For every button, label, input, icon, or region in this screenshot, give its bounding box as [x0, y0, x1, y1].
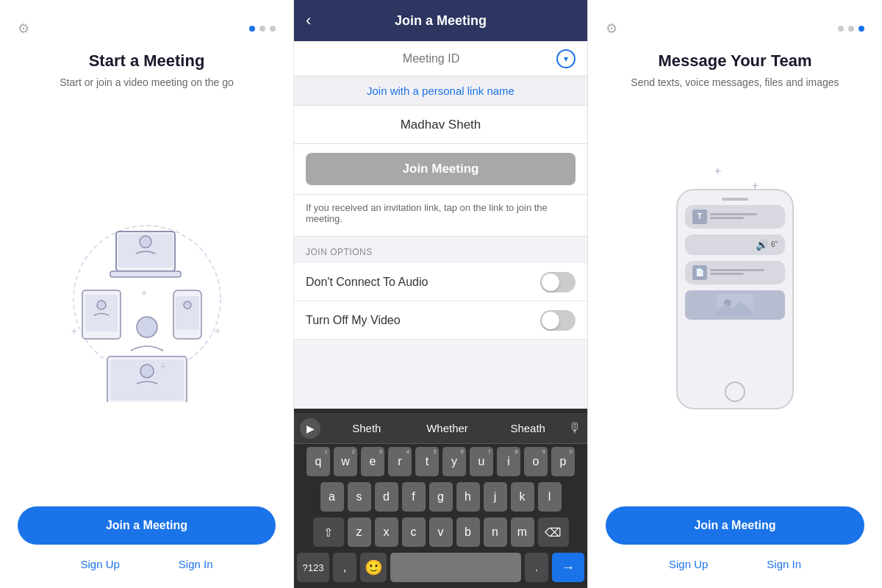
chat-bubble-file: 📄 [685, 261, 785, 284]
left-subtitle: Start or join a video meeting on the go [60, 76, 234, 88]
left-bottom-links: Sign Up Sign In [80, 558, 212, 570]
right-sign-in-link[interactable]: Sign In [767, 558, 801, 570]
phone-illustration: + + + + + T 🔊 6" 📄 [676, 106, 794, 492]
center-header: ‹ Join a Meeting [294, 0, 587, 41]
key-num-btn[interactable]: ?123 [297, 553, 329, 582]
key-i[interactable]: i8 [497, 447, 520, 476]
key-e[interactable]: e3 [361, 447, 384, 476]
key-o[interactable]: o9 [524, 447, 548, 476]
left-panel: ⚙ Start a Meeting Start or join a video … [0, 0, 294, 588]
left-top-bar: ⚙ [18, 21, 276, 37]
key-row-2: a s d f g h j k l [297, 482, 584, 512]
mic-icon[interactable]: 🎙 [568, 420, 581, 436]
bubble-line-2 [710, 217, 744, 219]
key-b[interactable]: b [456, 517, 480, 547]
dont-connect-audio-row: Don't Connect To Audio [294, 263, 587, 301]
right-sign-up-link[interactable]: Sign Up [669, 558, 708, 570]
right-gear-icon[interactable]: ⚙ [606, 21, 617, 37]
key-period[interactable]: . [525, 553, 548, 582]
expand-icon[interactable]: ▶ [300, 418, 320, 439]
dropdown-icon[interactable]: ▾ [556, 49, 576, 68]
left-title: Start a Meeting [89, 51, 205, 71]
file-icon: 📄 [692, 265, 707, 280]
meeting-id-row: ▾ [294, 41, 587, 76]
back-button[interactable]: ‹ [306, 11, 311, 30]
suggestion-3[interactable]: Sheath [487, 422, 568, 434]
key-x[interactable]: x [375, 517, 398, 547]
left-sign-up-link[interactable]: Sign Up [80, 558, 119, 570]
svg-point-10 [184, 301, 191, 309]
key-j[interactable]: j [484, 482, 507, 512]
svg-text:+: + [160, 360, 166, 372]
name-input[interactable] [306, 118, 576, 132]
gear-icon[interactable]: ⚙ [18, 21, 29, 37]
personal-link-text[interactable]: Join with a personal link name [367, 85, 514, 97]
key-u[interactable]: u7 [470, 447, 493, 476]
key-send[interactable]: → [552, 553, 584, 582]
suggestion-1[interactable]: Sheth [326, 422, 407, 434]
chat-bubble-text: T [685, 205, 785, 229]
left-dots [249, 26, 276, 32]
key-z[interactable]: z [348, 517, 371, 547]
audio-duration: 6" [771, 240, 778, 248]
turn-off-video-label: Turn Off My Video [306, 314, 540, 327]
svg-point-3 [140, 236, 151, 248]
chat-bubble-image [685, 290, 785, 320]
key-w[interactable]: w2 [334, 447, 357, 476]
suggestion-2[interactable]: Whether [407, 422, 488, 434]
key-k[interactable]: k [511, 482, 534, 512]
center-header-title: Join a Meeting [395, 13, 487, 29]
key-f[interactable]: f [402, 482, 426, 512]
key-backspace[interactable]: ⌫ [538, 517, 569, 547]
key-shift[interactable]: ⇧ [313, 517, 344, 547]
phone-frame: T 🔊 6" 📄 [676, 189, 794, 409]
key-t[interactable]: t5 [415, 447, 439, 476]
key-l[interactable]: l [538, 482, 562, 512]
key-p[interactable]: p0 [551, 447, 575, 476]
meeting-id-input[interactable] [306, 52, 556, 65]
key-comma[interactable]: , [333, 553, 356, 582]
key-v[interactable]: v [429, 517, 453, 547]
key-s[interactable]: s [348, 482, 371, 512]
file-line-1 [710, 269, 764, 271]
key-emoji[interactable]: 🙂 [360, 553, 387, 582]
dot-2 [259, 26, 265, 32]
key-a[interactable]: a [320, 482, 344, 512]
key-c[interactable]: c [402, 517, 426, 547]
plus-1: + [714, 165, 721, 178]
key-r[interactable]: r4 [388, 447, 412, 476]
key-n[interactable]: n [484, 517, 507, 547]
key-row-bottom: ?123 , 🙂 . → [294, 553, 587, 588]
key-g[interactable]: g [429, 482, 453, 512]
personal-link-row[interactable]: Join with a personal link name [294, 76, 587, 106]
right-top-bar: ⚙ [606, 21, 864, 37]
file-lines [710, 269, 778, 276]
dont-connect-audio-toggle[interactable] [540, 272, 576, 293]
file-line-2 [710, 273, 744, 275]
bubble-avatar: T [692, 209, 707, 224]
svg-text:+: + [215, 325, 220, 337]
left-join-meeting-button[interactable]: Join a Meeting [18, 506, 276, 545]
join-meeting-button[interactable]: Join Meeting [306, 153, 576, 185]
key-q[interactable]: q1 [306, 447, 330, 476]
svg-point-7 [97, 301, 106, 309]
right-panel: ⚙ Message Your Team Send texts, voice me… [588, 0, 882, 588]
left-sign-in-link[interactable]: Sign In [179, 558, 213, 570]
key-m[interactable]: m [511, 517, 534, 547]
bubble-lines [710, 213, 778, 220]
turn-off-video-toggle[interactable] [540, 310, 576, 331]
key-space[interactable] [390, 553, 521, 582]
right-bottom-links: Sign Up Sign In [669, 558, 801, 570]
join-meeting-btn-row: Join Meeting [294, 144, 587, 195]
invitation-text: If you received an invitation link, tap … [294, 195, 587, 237]
join-options-section: JOIN OPTIONS Don't Connect To Audio Turn… [294, 237, 587, 409]
svg-text:+: + [141, 287, 147, 298]
key-h[interactable]: h [456, 482, 480, 512]
right-join-meeting-button[interactable]: Join a Meeting [606, 506, 864, 545]
key-y[interactable]: y6 [442, 447, 466, 476]
right-subtitle: Send texts, voice messages, files and im… [631, 76, 839, 88]
phone-home-button [725, 381, 745, 402]
key-d[interactable]: d [375, 482, 398, 512]
right-dot-1 [838, 26, 844, 32]
center-panel: ‹ Join a Meeting ▾ Join with a personal … [294, 0, 588, 588]
